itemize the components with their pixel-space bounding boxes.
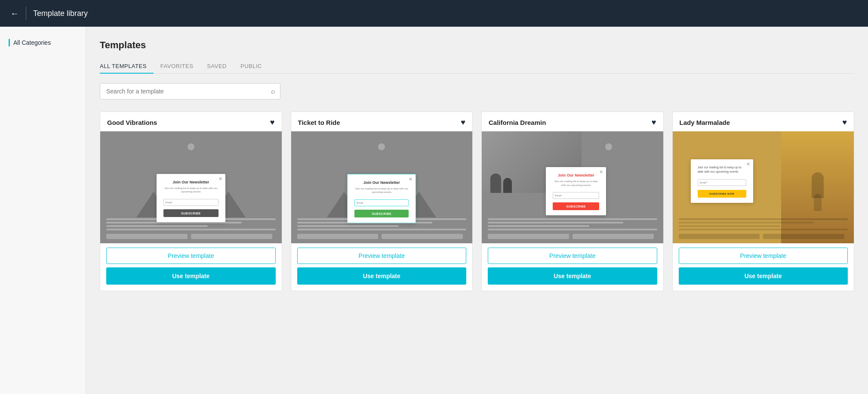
tab-saved[interactable]: SAVED [200, 59, 234, 74]
popup-title: Join Our Newsletter [553, 173, 599, 177]
content-line [679, 225, 780, 227]
search-input[interactable] [100, 83, 280, 99]
tabs: ALL TEMPLATES FAVORITES SAVED PUBLIC [100, 59, 854, 74]
content-line-btns [488, 234, 657, 239]
card-actions: Preview template Use template [291, 243, 473, 291]
sidebar: All Categories [0, 27, 86, 394]
content-line-btn [106, 234, 188, 239]
card-preview: ✕ Join Our Newsletter Join our mailing l… [100, 131, 282, 243]
thumb-circle [378, 143, 385, 150]
template-thumbnail: ✕ Join Our Newsletter Join our mailing l… [482, 131, 663, 243]
heart-icon[interactable]: ♥ [842, 118, 847, 127]
tab-favorites[interactable]: FAVORITES [154, 59, 200, 74]
content-lines [291, 215, 473, 243]
card-actions: Preview template Use template [673, 243, 854, 291]
popup-title: Join Our Newsletter [163, 180, 219, 184]
card-actions: Preview template Use template [482, 243, 663, 291]
content-line-btn [191, 234, 272, 239]
sidebar-item-label: All Categories [13, 39, 51, 46]
popup-text: Join our mailing list to keep up to date… [163, 186, 219, 194]
popup-subscribe-btn[interactable]: Subscribe [553, 202, 599, 210]
content-line-btn [488, 234, 569, 239]
content-line [106, 222, 242, 223]
content-line [106, 229, 276, 230]
template-thumbnail: ✕ Join our mailing list to keep up to da… [673, 131, 854, 243]
template-card-good-vibrations: Good Vibrations ♥ [100, 112, 282, 291]
popup-text: Join our mailing list to keep up to date… [354, 187, 409, 194]
content-line-btn [763, 234, 844, 239]
popup-text: Join our mailing list to keep up to date… [698, 165, 746, 174]
use-template-button[interactable]: Use template [679, 267, 848, 285]
content-line-btns [297, 234, 467, 239]
content-line-btn [573, 234, 654, 239]
newsletter-popup: ✕ Join our mailing list to keep up to da… [691, 159, 753, 203]
popup-email-field[interactable] [698, 179, 746, 186]
sidebar-item-all-categories[interactable]: All Categories [9, 39, 77, 47]
heart-icon[interactable]: ♥ [270, 118, 275, 127]
thumb-circle [605, 143, 612, 150]
card-title: California Dreamin [489, 119, 546, 126]
template-card-ticket-to-ride: Ticket to Ride ♥ ✕ Join Our Newslett [291, 112, 473, 291]
card-preview: ✕ Join Our Newsletter Join our mailing l… [291, 131, 473, 243]
content-line-btns [106, 234, 276, 239]
content-lines [482, 215, 663, 243]
sidebar-accent [9, 39, 10, 47]
content-line-btn [679, 234, 760, 239]
content-line-btn [382, 234, 463, 239]
content-lines [673, 215, 854, 243]
preview-template-button[interactable]: Preview template [679, 248, 848, 264]
preview-template-button[interactable]: Preview template [297, 248, 467, 264]
search-container: ⌕ [100, 83, 280, 99]
card-title: Good Vibrations [107, 119, 157, 126]
popup-email-field[interactable] [553, 192, 599, 199]
card-header: Good Vibrations ♥ [100, 112, 282, 131]
popup-close[interactable]: ✕ [409, 177, 412, 182]
card-header: Lady Marmalade ♥ [673, 112, 854, 131]
content-line [679, 229, 848, 230]
preview-template-button[interactable]: Preview template [106, 248, 276, 264]
popup-email-field[interactable] [354, 199, 409, 206]
template-grid: Good Vibrations ♥ [100, 112, 854, 291]
main-content: Templates ALL TEMPLATES FAVORITES SAVED … [86, 27, 868, 394]
content-line [488, 222, 623, 223]
template-card-lady-marmalade: Lady Marmalade ♥ ✕ Join our mailing li [672, 112, 855, 291]
popup-close[interactable]: ✕ [599, 169, 603, 175]
popup-text: Join our mailing list to keep up to date… [553, 180, 599, 187]
popup-email-field[interactable] [163, 199, 219, 206]
use-template-button[interactable]: Use template [488, 267, 657, 285]
header: ← Template library [0, 0, 868, 27]
popup-title: Join Our Newsletter [354, 180, 409, 185]
popup-subscribe-btn[interactable]: SUBSCRIBE NOW [698, 190, 746, 198]
page-title: Templates [100, 40, 854, 51]
popup-close[interactable]: ✕ [746, 161, 750, 167]
card-actions: Preview template Use template [100, 243, 282, 291]
content-line [297, 225, 399, 227]
template-card-california-dreamin: California Dreamin ♥ ✕ Jo [481, 112, 664, 291]
card-header: Ticket to Ride ♥ [291, 112, 473, 131]
content-line-btns [679, 234, 848, 239]
preview-template-button[interactable]: Preview template [488, 248, 657, 264]
card-title: Lady Marmalade [680, 119, 730, 126]
newsletter-popup: ✕ Join Our Newsletter Join our mailing l… [546, 167, 606, 215]
content-line [297, 222, 433, 223]
content-line [297, 218, 467, 220]
card-preview: ✕ Join Our Newsletter Join our mailing l… [482, 131, 663, 243]
tab-all-templates[interactable]: ALL TEMPLATES [100, 59, 154, 74]
layout: All Categories Templates ALL TEMPLATES F… [0, 27, 868, 394]
back-button[interactable]: ← [10, 9, 19, 19]
content-line [679, 218, 848, 220]
header-divider [26, 6, 26, 20]
use-template-button[interactable]: Use template [297, 267, 467, 285]
content-line [679, 222, 814, 223]
popup-close[interactable]: ✕ [219, 176, 222, 182]
content-line [106, 225, 208, 227]
heart-icon[interactable]: ♥ [461, 118, 465, 127]
header-title: Template library [33, 9, 88, 18]
use-template-button[interactable]: Use template [106, 267, 276, 285]
tab-public[interactable]: PUBLIC [234, 59, 269, 74]
content-line [488, 218, 657, 220]
thumb-circle [188, 143, 194, 150]
heart-icon[interactable]: ♥ [652, 118, 656, 127]
card-preview: ✕ Join our mailing list to keep up to da… [673, 131, 854, 243]
template-thumbnail: ✕ Join Our Newsletter Join our mailing l… [100, 131, 282, 243]
